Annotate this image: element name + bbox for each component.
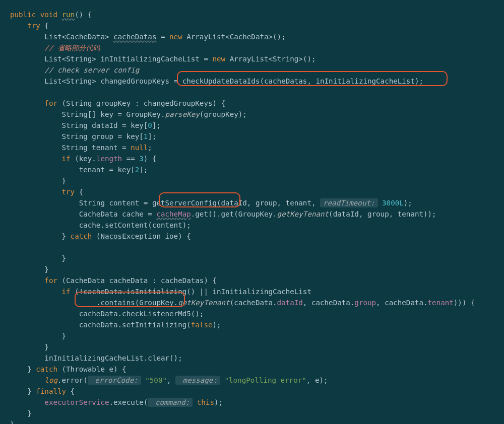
code-line[interactable]: try {	[10, 22, 49, 30]
code-editor[interactable]: public void run() { try { List<CacheData…	[0, 0, 504, 424]
code-line[interactable]: // 省略部分代码	[10, 44, 100, 52]
code-line[interactable]: String group = key[1];	[10, 132, 156, 140]
code-line[interactable]	[10, 88, 15, 96]
code-line[interactable]: String tenant = null;	[10, 144, 152, 152]
code-line[interactable]: List<CacheData> cacheDatas = new ArrayLi…	[10, 33, 286, 41]
code-line[interactable]: } finally {	[10, 387, 75, 395]
code-line[interactable]: String content = getServerConfig(dataId,…	[10, 198, 412, 207]
code-line[interactable]: }	[10, 343, 49, 351]
code-line[interactable]	[10, 243, 15, 251]
code-line[interactable]: inInitializingCacheList.clear();	[10, 354, 182, 362]
code-line[interactable]: }	[10, 254, 66, 262]
code-line[interactable]: // check server config	[10, 66, 139, 74]
code-line[interactable]: }	[10, 177, 66, 185]
code-line[interactable]: executorService.execute( command: this);	[10, 398, 223, 407]
code-line[interactable]: }	[10, 265, 49, 273]
code-line[interactable]: try {	[10, 188, 83, 196]
code-line[interactable]: String dataId = key[0];	[10, 121, 161, 129]
code-line[interactable]: String[] key = GroupKey.parseKey(groupKe…	[10, 110, 247, 118]
code-line[interactable]: if (!cacheData.isInitializing() || inIni…	[10, 288, 311, 296]
code-line[interactable]: }	[10, 420, 15, 424]
code-line[interactable]: for (CacheData cacheData : cacheDatas) {	[10, 276, 217, 285]
code-line[interactable]: tenant = key[2];	[10, 166, 148, 174]
code-line[interactable]: .contains(GroupKey.getKeyTenant(cacheDat…	[10, 299, 475, 307]
code-line[interactable]: log.error( errorCode: "500", message: "l…	[10, 376, 328, 385]
code-line[interactable]: } catch (NacosException ioe) {	[10, 232, 191, 240]
code-line[interactable]: cacheData.checkListenerMd5();	[10, 310, 204, 318]
code-line[interactable]: }	[10, 409, 32, 417]
code-line[interactable]: cache.setContent(content);	[10, 221, 191, 229]
code-block[interactable]: public void run() { try { List<CacheData…	[0, 4, 504, 424]
code-line[interactable]: public void run() {	[10, 11, 92, 19]
code-line[interactable]: if (key.length == 3) {	[10, 155, 156, 163]
code-line[interactable]: CacheData cache = cacheMap.get().get(Gro…	[10, 210, 436, 218]
code-line[interactable]: }	[10, 332, 66, 340]
code-line[interactable]: List<String> changedGroupKeys = checkUpd…	[10, 77, 423, 85]
code-line[interactable]: List<String> inInitializingCacheList = n…	[10, 55, 316, 63]
code-line[interactable]: } catch (Throwable e) {	[10, 365, 127, 373]
code-line[interactable]: for (String groupKey : changedGroupKeys)…	[10, 99, 225, 107]
code-line[interactable]: cacheData.setInitializing(false);	[10, 321, 221, 329]
